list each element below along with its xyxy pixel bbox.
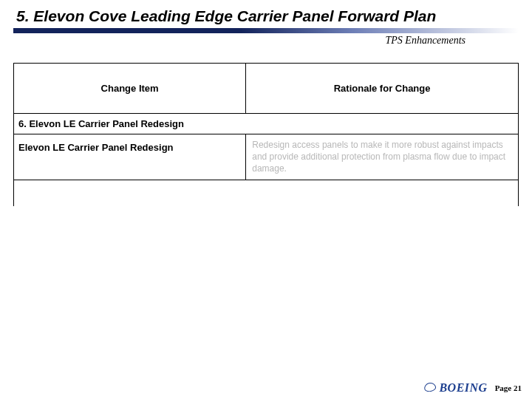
header-change-item: Change Item: [14, 64, 246, 114]
header-rationale: Rationale for Change: [246, 64, 518, 114]
title-rule: [13, 28, 519, 33]
table-row: Elevon LE Carrier Panel Redesign Redesig…: [14, 134, 518, 180]
page-number: Page 21: [495, 383, 522, 392]
change-item-cell: Elevon LE Carrier Panel Redesign: [14, 134, 246, 180]
slide-subtitle: TPS Enhancements: [0, 33, 532, 47]
boeing-logo: BOEING: [424, 381, 487, 395]
section-title: 6. Elevon LE Carrier Panel Redesign: [14, 114, 518, 134]
table-row: [14, 180, 518, 206]
slide-footer: BOEING Page 21: [424, 381, 522, 395]
table-section-row: 6. Elevon LE Carrier Panel Redesign: [14, 114, 518, 134]
rationale-cell: Redesign access panels to make it more r…: [246, 134, 518, 180]
slide-title: 5. Elevon Cove Leading Edge Carrier Pane…: [0, 0, 532, 28]
empty-area: [14, 180, 518, 206]
table-header-row: Change Item Rationale for Change: [14, 64, 518, 114]
change-table: Change Item Rationale for Change 6. Elev…: [13, 63, 519, 206]
